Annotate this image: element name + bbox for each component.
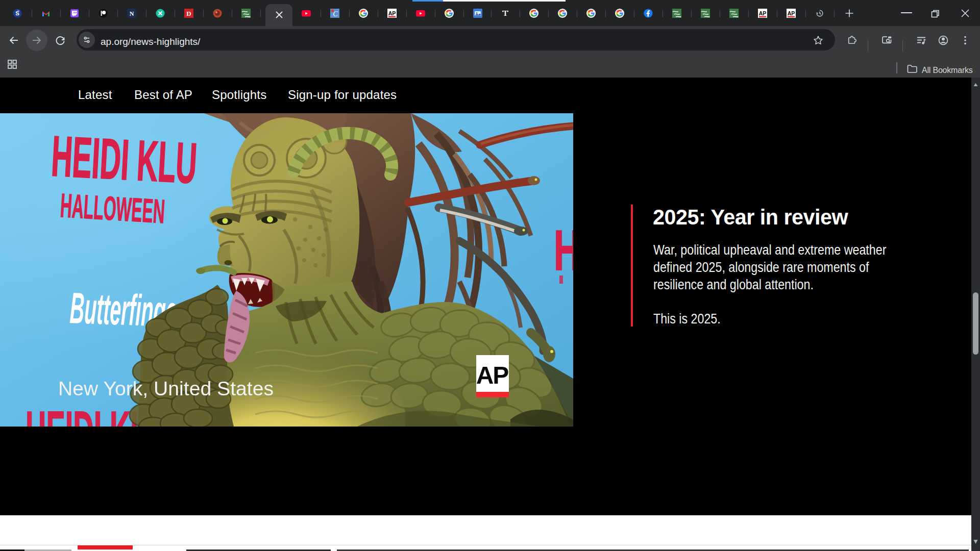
svg-text:AP: AP <box>759 10 767 16</box>
svg-text:HALLOWEEN: HALLOWEEN <box>59 186 166 230</box>
svg-text:N: N <box>130 10 134 17</box>
svg-text:D: D <box>186 10 191 17</box>
svg-text:AP: AP <box>788 10 795 16</box>
svg-text:AP: AP <box>388 10 396 16</box>
svg-text:HEIDI KLU: HEIDI KLU <box>50 124 199 195</box>
svg-text:AP: AP <box>476 362 509 389</box>
svg-text:New York, United States: New York, United States <box>58 378 274 399</box>
svg-text:T: T <box>503 9 508 17</box>
svg-text:S: S <box>15 10 19 16</box>
svg-text:H: H <box>554 218 573 282</box>
